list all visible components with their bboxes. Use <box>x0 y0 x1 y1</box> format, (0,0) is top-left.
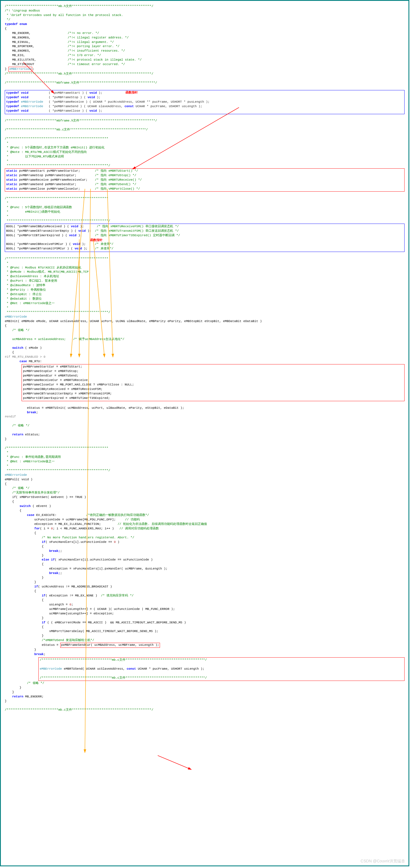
enum-item: MB_EINVAL, /*!< illegal argument. */ <box>5 40 405 44</box>
code-line <box>5 341 405 346</box>
enum-close: } eMBErrorCode; <box>5 67 405 72</box>
code-line: eStatus = eMBRTUInit( ucMBAddress, ucPor… <box>5 406 405 410</box>
enum-item: MB_EILLSTATE, /*!< protocol stack in ill… <box>5 58 405 62</box>
code-line: break; <box>5 410 405 415</box>
preproc: #if MB_RTU_ENABLED > 0 <box>5 355 405 360</box>
rtusend-sig: eMBErrorCode eMBRTUSend( UCHAR ucSlaveAd… <box>40 667 403 671</box>
file-header: /****************************mb.h文件*****… <box>5 72 405 76</box>
assign-line: pvMBFrameCloseCur = MB_PORT_HAS_CLOSE ? … <box>23 383 403 387</box>
assign-line: peMBFrameReceiveCur = eMBRTUReceive; <box>23 378 403 383</box>
comment-block: /***************************************… <box>5 257 405 315</box>
cb-ptr-block: BOOL( *pxMBFrameCBByteReceived ) ( void … <box>5 224 405 252</box>
eMBErrorCode-type: eMBErrorCode <box>8 67 32 72</box>
preproc: #endif <box>5 415 405 419</box>
assign-line: pxMBFrameCBTransmitterEmpty = xMBRTUTran… <box>23 392 403 396</box>
cb-ptr-line: BOOL( *pxMBFrameCBByteReceived ) ( void … <box>6 224 403 229</box>
static-ptr-line: static pvMBFrameStop pvMBFrameStopCur; /… <box>6 174 403 178</box>
annotation-fnptr: 函数指针 <box>6 238 403 242</box>
static-ptr-line: static pvMBFrameStart pvMBFrameStartCur;… <box>6 169 403 174</box>
cb-ptr-line: BOOL( *pxMBFrameCBTransmitterEmpty ) ( v… <box>6 229 403 234</box>
file-header: /****************************mb.c文件*****… <box>5 708 405 712</box>
cb-ptr-line: BOOL( *pxMBFrameCBReceiveFSMCur ) ( void… <box>6 242 403 247</box>
code-diagram: /****************************mb.h文件*****… <box>0 0 409 866</box>
watermark: CSDN @Couvrir洪荒猛兽 <box>361 859 405 864</box>
static-ptr-line: static peMBFrameSend peMBFrameSendCur; /… <box>6 182 403 187</box>
svg-line-7 <box>158 755 191 770</box>
doc-comment: */ <box>5 18 405 22</box>
static-ptr-block: static pvMBFrameStart pvMBFrameStartCur;… <box>5 168 405 192</box>
file-header: /****************************mb.h文件*****… <box>5 4 405 9</box>
assign-line: peMBFrameSendCur = eMBRTUSend; <box>23 374 403 378</box>
code-line: /* 省略 */ <box>5 424 405 428</box>
cb-ptr-line: BOOL( *pxMBFrameCBTransmitFSMCur ) ( voi… <box>6 247 403 251</box>
comment-block: /***************************************… <box>5 446 405 473</box>
send-call-box: peMBFrameSendCur( ucMBAddress, ucMBFrame… <box>60 643 160 648</box>
enum-item: MB_ENORES, /*!< insufficient resources. … <box>5 49 405 53</box>
typedef-line: typedef void ( *pvMBFrameStop ) ( void )… <box>6 95 403 100</box>
typedef-line: typedef eMBErrorCode ( *peMBFrameReceive… <box>6 100 403 104</box>
enum-item: MB_ENOERR, /*!< no error. */ <box>5 31 405 36</box>
code-line <box>5 333 405 337</box>
doc-comment: /*! \ingroup modbus <box>5 9 405 13</box>
assign-line: pvMBFrameStartCur = eMBRTUStart; <box>23 365 403 369</box>
typedef-enum: typedef enum <box>5 22 405 27</box>
typedef-fnptr-block: typedef void ( *pvMBFrameStart ) ( void … <box>5 90 405 114</box>
fn-signature: eMBPoll( void ) <box>5 477 405 482</box>
return-type: eMBErrorCode <box>5 473 405 477</box>
enum-item: MB_ETIMEDOUT /*!< timeout error occurred… <box>5 62 405 67</box>
typedef-line: typedef void ( *pvMBFrameClose ) ( void … <box>6 109 403 113</box>
case-label: case MB_RTU: <box>5 360 405 364</box>
code-line: { <box>5 350 405 355</box>
assignment-block: pvMBFrameStartCur = eMBRTUStart;pvMBFram… <box>22 364 405 401</box>
code-line <box>5 428 405 433</box>
fn-signature: eMBInit( eMBMode eMode, UCHAR ucSlaveAdd… <box>5 319 405 324</box>
enum-item: MB_EIO, /*!< I/O error. */ <box>5 53 405 58</box>
rtusend-block: /**************************************m… <box>38 657 405 681</box>
code-line: switch ( eMode ) <box>5 346 405 350</box>
send-call-line: eStatus = peMBFrameSendCur( ucMBAddress,… <box>5 643 405 648</box>
code-line <box>5 401 405 406</box>
static-ptr-line: static pvMBFrameClose pvMBFrameCloseCur;… <box>6 187 403 191</box>
enum-item: MB_ENOREG, /*!< illegal register address… <box>5 36 405 40</box>
doc-comment: * \brief Errorcodes used by all function… <box>5 13 405 18</box>
code-line: return eStatus; <box>5 433 405 437</box>
assign-line: pvMBFrameStopCur = eMBRTUStop; <box>23 369 403 374</box>
typedef-line: typedef eMBErrorCode ( *peMBFrameSend ) … <box>6 104 403 109</box>
file-header: /***************************mbframe.h文件*… <box>5 119 405 123</box>
enum-item: MB_EPORTERR, /*!< porting layer error. *… <box>5 44 405 49</box>
code-line: /* 省略 */ <box>5 328 405 333</box>
code-line: { <box>5 324 405 328</box>
brace: { <box>5 27 405 31</box>
return-type: eMBErrorCode <box>5 315 405 319</box>
code-line: ucMBAddress = ucSlaveAddress; /* 赋予ucMBA… <box>5 337 405 342</box>
typedef-line: typedef void ( *pvMBFrameStart ) ( void … <box>6 91 403 95</box>
file-header: /***************************mbframe.h文件*… <box>5 81 405 85</box>
comment-block: /***************************************… <box>5 196 405 223</box>
code-line: } <box>5 437 405 441</box>
code-line <box>5 419 405 424</box>
assign-line: pxMBPortCBTimerExpired = xMBRTUTimerT35E… <box>23 396 403 401</box>
static-ptr-line: static peMBFrameReceive peMBFrameReceive… <box>6 178 403 182</box>
annotation-fnptr: 函数指针 <box>126 90 138 95</box>
comment-block: /***************************************… <box>5 136 405 168</box>
cb-ptr-line: BOOL( *pxMBPortCBTimerExpired ) ( void )… <box>6 234 403 238</box>
file-header: /***************************mb.c文件******… <box>5 128 405 132</box>
assign-line: pxMBFrameCBByteReceived = xMBRTUReceiveF… <box>23 387 403 392</box>
